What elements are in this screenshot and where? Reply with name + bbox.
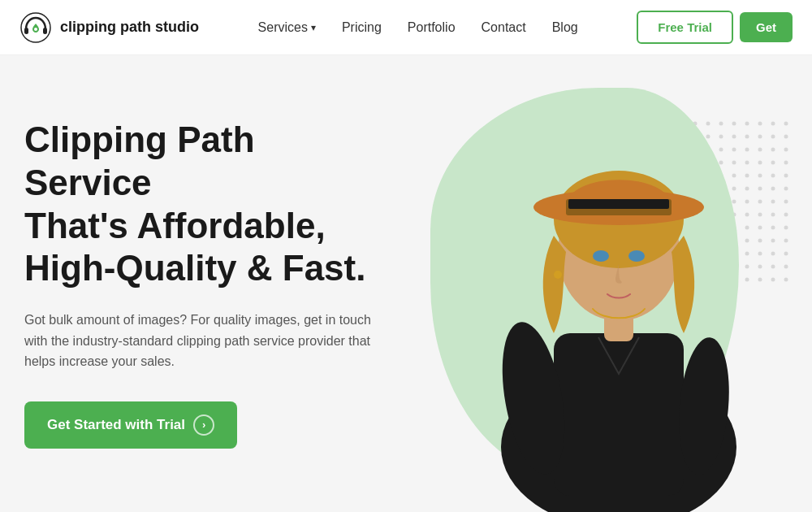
hero-woman-image: [448, 73, 789, 512]
nav-link-blog[interactable]: Blog: [552, 20, 578, 34]
logo-link[interactable]: clipping path studio: [19, 11, 199, 44]
nav-item-contact[interactable]: Contact: [482, 20, 526, 35]
nav-link-portfolio[interactable]: Portfolio: [408, 20, 456, 34]
cta-button[interactable]: Get Started with Trial ›: [24, 401, 237, 449]
nav-link-contact[interactable]: Contact: [482, 20, 526, 34]
cta-arrow-icon: ›: [193, 414, 214, 436]
hero-description: Got bulk amount of images? For quality i…: [24, 310, 382, 372]
navbar: clipping path studio Services Pricing Po…: [0, 0, 812, 55]
svg-rect-2: [43, 28, 47, 34]
svg-point-3: [34, 28, 37, 31]
logo-icon: [19, 11, 52, 44]
logo-text: clipping path studio: [60, 19, 199, 36]
hero-title: Clipping Path Service That's Affordable,…: [24, 119, 390, 290]
get-started-nav-button[interactable]: Get: [740, 12, 793, 42]
nav-link-services[interactable]: Services: [258, 20, 316, 35]
svg-rect-1: [24, 28, 28, 34]
nav-item-pricing[interactable]: Pricing: [342, 20, 382, 35]
nav-item-blog[interactable]: Blog: [552, 20, 578, 35]
svg-point-17: [628, 250, 645, 262]
svg-point-16: [593, 250, 609, 262]
svg-rect-15: [568, 199, 669, 209]
hero-section: Clipping Path Service That's Affordable,…: [0, 55, 812, 512]
svg-rect-7: [554, 333, 684, 496]
cta-label: Get Started with Trial: [47, 417, 185, 433]
nav-link-pricing[interactable]: Pricing: [342, 20, 382, 34]
nav-buttons: Free Trial Get: [637, 11, 793, 44]
hero-content: Clipping Path Service That's Affordable,…: [0, 119, 422, 449]
nav-item-services[interactable]: Services: [258, 20, 316, 35]
nav-item-portfolio[interactable]: Portfolio: [408, 20, 456, 35]
hero-image-area: [357, 55, 812, 512]
nav-links: Services Pricing Portfolio Contact Blog: [258, 20, 578, 35]
svg-point-18: [554, 271, 562, 279]
free-trial-button[interactable]: Free Trial: [637, 11, 733, 44]
